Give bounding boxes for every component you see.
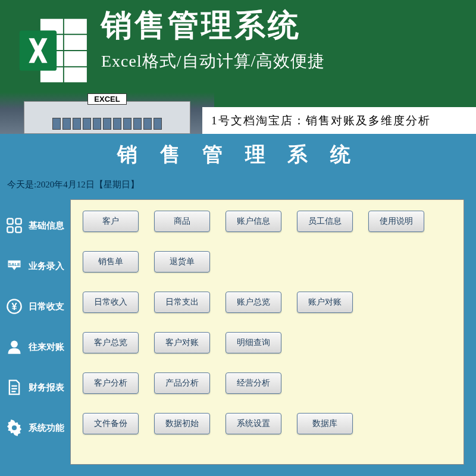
detail-query-button[interactable]: 明细查询 (226, 332, 281, 353)
sidebar-item-label: 财务报表 (29, 382, 64, 393)
svg-rect-6 (7, 218, 12, 224)
shop-info-strip: 1号文档淘宝店：销售对账及多维度分析 (202, 107, 476, 134)
sidebar-item-label: 往来对账 (29, 342, 64, 353)
shop-info-text: 1号文档淘宝店：销售对账及多维度分析 (211, 113, 431, 129)
svg-rect-8 (7, 227, 12, 232)
button-row-report: 客户分析 产品分析 经营分析 (83, 372, 452, 394)
system-settings-button[interactable]: 系统设置 (226, 413, 281, 434)
grid-icon (5, 216, 24, 235)
product-button[interactable]: 商品 (154, 211, 210, 232)
sidebar-item-basic-info[interactable]: 基础信息 (0, 205, 70, 246)
main-panel: 基础信息 SALE 业务录入 ¥ (0, 199, 476, 465)
sidebar-item-label: 日常收支 (29, 301, 64, 312)
customer-reconcile-button[interactable]: 客户对账 (154, 332, 210, 353)
svg-text:SALE: SALE (8, 262, 20, 267)
sidebar-item-daily-finance[interactable]: ¥ 日常收支 (0, 286, 70, 327)
sub-title: Excel格式/自动计算/高效便捷 (101, 50, 476, 73)
svg-point-17 (12, 425, 17, 430)
excel-icon (15, 12, 92, 89)
date-line: 今天是:2020年4月12日【星期日】 (0, 179, 476, 190)
daily-income-button[interactable]: 日常收入 (83, 292, 139, 313)
app-area: 销 售 管 理 系 统 今天是:2020年4月12日【星期日】 基础信息 (0, 134, 476, 476)
main-title: 销售管理系统 (101, 5, 476, 46)
sidebar-item-business-entry[interactable]: SALE 业务录入 (0, 246, 70, 286)
database-button[interactable]: 数据库 (297, 413, 353, 434)
button-row-system: 文件备份 数据初始 系统设置 数据库 (83, 413, 452, 434)
sidebar-item-label: 系统功能 (29, 422, 64, 434)
customer-overview-button[interactable]: 客户总览 (83, 332, 139, 353)
sidebar-item-financial-report[interactable]: 财务报表 (0, 367, 70, 408)
account-info-button[interactable]: 账户信息 (226, 211, 281, 232)
svg-rect-9 (15, 227, 21, 232)
sale-tag-icon: SALE (5, 256, 24, 275)
app-title: 销 售 管 理 系 统 (0, 141, 476, 168)
button-row-basic: 客户 商品 账户信息 员工信息 使用说明 (83, 211, 452, 232)
content-panel: 客户 商品 账户信息 员工信息 使用说明 销售单 退货单 日常收入 日常支出 账… (70, 199, 464, 465)
building-sign: EXCEL (87, 93, 126, 105)
svg-text:¥: ¥ (11, 301, 17, 312)
button-row-business: 销售单 退货单 (83, 251, 452, 273)
backup-button[interactable]: 文件备份 (83, 413, 139, 434)
header-banner: 销售管理系统 Excel格式/自动计算/高效便捷 EXCEL 1号文档淘宝店：销… (0, 0, 476, 134)
return-order-button[interactable]: 退货单 (154, 251, 210, 273)
sidebar-item-reconciliation[interactable]: 往来对账 (0, 327, 70, 367)
person-icon (5, 337, 24, 356)
employee-info-button[interactable]: 员工信息 (297, 211, 353, 232)
button-row-reconcile: 客户总览 客户对账 明细查询 (83, 332, 452, 353)
button-row-daily: 日常收入 日常支出 账户总览 账户对账 (83, 292, 452, 313)
svg-point-13 (11, 341, 18, 348)
gear-icon (5, 418, 24, 437)
product-analysis-button[interactable]: 产品分析 (154, 372, 210, 394)
daily-expense-button[interactable]: 日常支出 (154, 292, 210, 313)
document-icon (5, 378, 24, 397)
sidebar-item-label: 基础信息 (29, 220, 64, 231)
customer-analysis-button[interactable]: 客户分析 (83, 372, 139, 394)
sidebar-item-label: 业务录入 (29, 261, 64, 272)
data-init-button[interactable]: 数据初始 (154, 413, 210, 434)
account-overview-button[interactable]: 账户总览 (226, 292, 281, 313)
sidebar-item-system[interactable]: 系统功能 (0, 408, 70, 448)
customer-button[interactable]: 客户 (83, 211, 139, 232)
svg-rect-7 (15, 218, 21, 224)
instructions-button[interactable]: 使用说明 (368, 211, 424, 232)
sidebar: 基础信息 SALE 业务录入 ¥ (0, 199, 70, 465)
business-analysis-button[interactable]: 经营分析 (226, 372, 281, 394)
account-reconcile-button[interactable]: 账户对账 (297, 292, 353, 313)
yen-circle-icon: ¥ (5, 297, 24, 316)
sales-order-button[interactable]: 销售单 (83, 251, 139, 273)
building-illustration: EXCEL (0, 92, 214, 134)
